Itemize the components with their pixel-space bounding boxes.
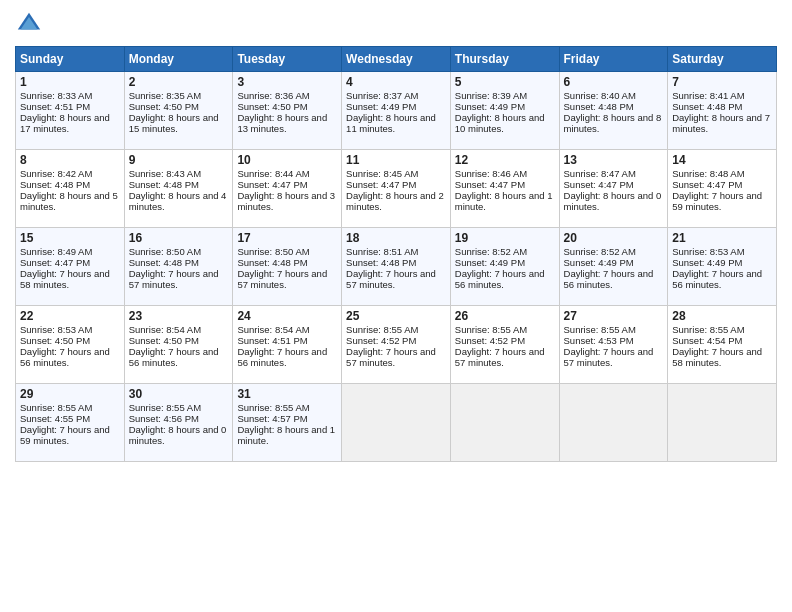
- day-info: Sunrise: 8:40 AMSunset: 4:48 PMDaylight:…: [564, 90, 662, 134]
- col-header-monday: Monday: [124, 47, 233, 72]
- calendar-table: SundayMondayTuesdayWednesdayThursdayFrid…: [15, 46, 777, 462]
- day-number: 9: [129, 153, 229, 167]
- day-cell: 26Sunrise: 8:55 AMSunset: 4:52 PMDayligh…: [450, 306, 559, 384]
- day-cell: 16Sunrise: 8:50 AMSunset: 4:48 PMDayligh…: [124, 228, 233, 306]
- day-number: 19: [455, 231, 555, 245]
- day-cell: 14Sunrise: 8:48 AMSunset: 4:47 PMDayligh…: [668, 150, 777, 228]
- week-row-2: 8Sunrise: 8:42 AMSunset: 4:48 PMDaylight…: [16, 150, 777, 228]
- week-row-4: 22Sunrise: 8:53 AMSunset: 4:50 PMDayligh…: [16, 306, 777, 384]
- day-number: 7: [672, 75, 772, 89]
- day-number: 11: [346, 153, 446, 167]
- day-info: Sunrise: 8:49 AMSunset: 4:47 PMDaylight:…: [20, 246, 110, 290]
- day-cell: 9Sunrise: 8:43 AMSunset: 4:48 PMDaylight…: [124, 150, 233, 228]
- day-number: 8: [20, 153, 120, 167]
- day-cell: [559, 384, 668, 462]
- day-number: 18: [346, 231, 446, 245]
- day-number: 15: [20, 231, 120, 245]
- day-number: 31: [237, 387, 337, 401]
- day-cell: 29Sunrise: 8:55 AMSunset: 4:55 PMDayligh…: [16, 384, 125, 462]
- day-number: 29: [20, 387, 120, 401]
- day-cell: 7Sunrise: 8:41 AMSunset: 4:48 PMDaylight…: [668, 72, 777, 150]
- day-number: 10: [237, 153, 337, 167]
- day-number: 25: [346, 309, 446, 323]
- day-info: Sunrise: 8:55 AMSunset: 4:52 PMDaylight:…: [346, 324, 436, 368]
- day-cell: 11Sunrise: 8:45 AMSunset: 4:47 PMDayligh…: [342, 150, 451, 228]
- day-number: 22: [20, 309, 120, 323]
- day-number: 2: [129, 75, 229, 89]
- day-info: Sunrise: 8:55 AMSunset: 4:52 PMDaylight:…: [455, 324, 545, 368]
- col-header-friday: Friday: [559, 47, 668, 72]
- day-info: Sunrise: 8:52 AMSunset: 4:49 PMDaylight:…: [455, 246, 545, 290]
- day-info: Sunrise: 8:55 AMSunset: 4:54 PMDaylight:…: [672, 324, 762, 368]
- day-info: Sunrise: 8:54 AMSunset: 4:50 PMDaylight:…: [129, 324, 219, 368]
- day-number: 1: [20, 75, 120, 89]
- day-number: 3: [237, 75, 337, 89]
- day-info: Sunrise: 8:55 AMSunset: 4:56 PMDaylight:…: [129, 402, 227, 446]
- day-cell: 5Sunrise: 8:39 AMSunset: 4:49 PMDaylight…: [450, 72, 559, 150]
- day-info: Sunrise: 8:52 AMSunset: 4:49 PMDaylight:…: [564, 246, 654, 290]
- day-number: 5: [455, 75, 555, 89]
- day-cell: [668, 384, 777, 462]
- day-info: Sunrise: 8:54 AMSunset: 4:51 PMDaylight:…: [237, 324, 327, 368]
- day-number: 13: [564, 153, 664, 167]
- day-info: Sunrise: 8:45 AMSunset: 4:47 PMDaylight:…: [346, 168, 444, 212]
- day-info: Sunrise: 8:53 AMSunset: 4:50 PMDaylight:…: [20, 324, 110, 368]
- page: SundayMondayTuesdayWednesdayThursdayFrid…: [0, 0, 792, 612]
- day-info: Sunrise: 8:53 AMSunset: 4:49 PMDaylight:…: [672, 246, 762, 290]
- week-row-5: 29Sunrise: 8:55 AMSunset: 4:55 PMDayligh…: [16, 384, 777, 462]
- header: [15, 10, 777, 38]
- col-header-thursday: Thursday: [450, 47, 559, 72]
- day-cell: 18Sunrise: 8:51 AMSunset: 4:48 PMDayligh…: [342, 228, 451, 306]
- col-header-tuesday: Tuesday: [233, 47, 342, 72]
- day-info: Sunrise: 8:50 AMSunset: 4:48 PMDaylight:…: [237, 246, 327, 290]
- day-info: Sunrise: 8:51 AMSunset: 4:48 PMDaylight:…: [346, 246, 436, 290]
- day-cell: 20Sunrise: 8:52 AMSunset: 4:49 PMDayligh…: [559, 228, 668, 306]
- day-cell: 13Sunrise: 8:47 AMSunset: 4:47 PMDayligh…: [559, 150, 668, 228]
- week-row-1: 1Sunrise: 8:33 AMSunset: 4:51 PMDaylight…: [16, 72, 777, 150]
- logo-icon: [15, 10, 43, 38]
- day-cell: 3Sunrise: 8:36 AMSunset: 4:50 PMDaylight…: [233, 72, 342, 150]
- day-number: 27: [564, 309, 664, 323]
- day-number: 17: [237, 231, 337, 245]
- day-info: Sunrise: 8:50 AMSunset: 4:48 PMDaylight:…: [129, 246, 219, 290]
- day-cell: 2Sunrise: 8:35 AMSunset: 4:50 PMDaylight…: [124, 72, 233, 150]
- day-info: Sunrise: 8:46 AMSunset: 4:47 PMDaylight:…: [455, 168, 553, 212]
- day-info: Sunrise: 8:48 AMSunset: 4:47 PMDaylight:…: [672, 168, 762, 212]
- day-number: 6: [564, 75, 664, 89]
- day-info: Sunrise: 8:55 AMSunset: 4:57 PMDaylight:…: [237, 402, 335, 446]
- day-info: Sunrise: 8:55 AMSunset: 4:55 PMDaylight:…: [20, 402, 110, 446]
- day-info: Sunrise: 8:42 AMSunset: 4:48 PMDaylight:…: [20, 168, 118, 212]
- day-info: Sunrise: 8:41 AMSunset: 4:48 PMDaylight:…: [672, 90, 770, 134]
- day-number: 20: [564, 231, 664, 245]
- day-cell: 6Sunrise: 8:40 AMSunset: 4:48 PMDaylight…: [559, 72, 668, 150]
- day-cell: 15Sunrise: 8:49 AMSunset: 4:47 PMDayligh…: [16, 228, 125, 306]
- day-info: Sunrise: 8:39 AMSunset: 4:49 PMDaylight:…: [455, 90, 545, 134]
- day-cell: 12Sunrise: 8:46 AMSunset: 4:47 PMDayligh…: [450, 150, 559, 228]
- day-cell: 22Sunrise: 8:53 AMSunset: 4:50 PMDayligh…: [16, 306, 125, 384]
- day-number: 4: [346, 75, 446, 89]
- day-number: 23: [129, 309, 229, 323]
- day-cell: 10Sunrise: 8:44 AMSunset: 4:47 PMDayligh…: [233, 150, 342, 228]
- day-info: Sunrise: 8:44 AMSunset: 4:47 PMDaylight:…: [237, 168, 335, 212]
- day-cell: 1Sunrise: 8:33 AMSunset: 4:51 PMDaylight…: [16, 72, 125, 150]
- day-number: 24: [237, 309, 337, 323]
- day-cell: [450, 384, 559, 462]
- day-info: Sunrise: 8:47 AMSunset: 4:47 PMDaylight:…: [564, 168, 662, 212]
- day-cell: 8Sunrise: 8:42 AMSunset: 4:48 PMDaylight…: [16, 150, 125, 228]
- day-cell: 25Sunrise: 8:55 AMSunset: 4:52 PMDayligh…: [342, 306, 451, 384]
- day-cell: 27Sunrise: 8:55 AMSunset: 4:53 PMDayligh…: [559, 306, 668, 384]
- day-info: Sunrise: 8:55 AMSunset: 4:53 PMDaylight:…: [564, 324, 654, 368]
- day-info: Sunrise: 8:37 AMSunset: 4:49 PMDaylight:…: [346, 90, 436, 134]
- day-number: 21: [672, 231, 772, 245]
- day-info: Sunrise: 8:35 AMSunset: 4:50 PMDaylight:…: [129, 90, 219, 134]
- day-number: 14: [672, 153, 772, 167]
- day-cell: 30Sunrise: 8:55 AMSunset: 4:56 PMDayligh…: [124, 384, 233, 462]
- day-info: Sunrise: 8:43 AMSunset: 4:48 PMDaylight:…: [129, 168, 227, 212]
- week-row-3: 15Sunrise: 8:49 AMSunset: 4:47 PMDayligh…: [16, 228, 777, 306]
- day-cell: 31Sunrise: 8:55 AMSunset: 4:57 PMDayligh…: [233, 384, 342, 462]
- header-row: SundayMondayTuesdayWednesdayThursdayFrid…: [16, 47, 777, 72]
- col-header-wednesday: Wednesday: [342, 47, 451, 72]
- day-cell: [342, 384, 451, 462]
- day-cell: 28Sunrise: 8:55 AMSunset: 4:54 PMDayligh…: [668, 306, 777, 384]
- day-cell: 19Sunrise: 8:52 AMSunset: 4:49 PMDayligh…: [450, 228, 559, 306]
